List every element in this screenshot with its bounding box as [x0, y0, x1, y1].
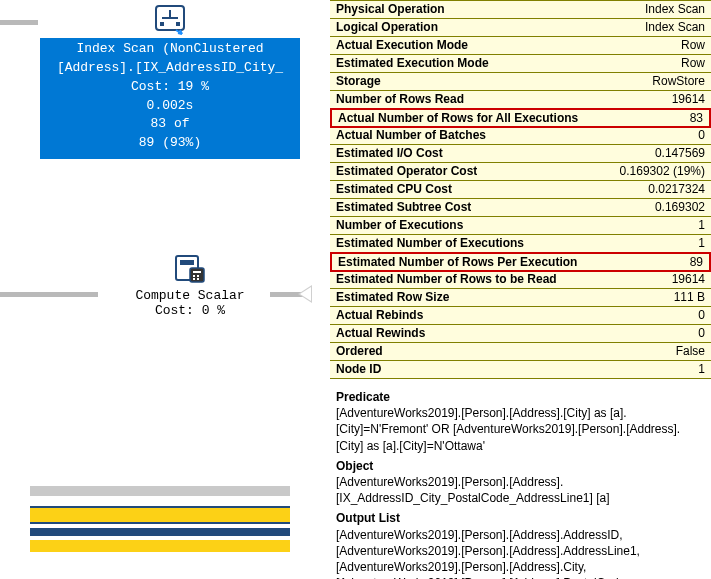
property-key: Ordered: [336, 343, 383, 360]
svg-rect-4: [176, 22, 180, 26]
operator-tooltip: Physical OperationIndex ScanLogical Oper…: [330, 0, 711, 579]
query-plan-canvas[interactable]: Index Scan (NonClustered [Address].[IX_A…: [0, 0, 330, 579]
node-title: Compute Scalar: [110, 288, 270, 303]
plan-arrow-icon: [298, 285, 312, 303]
property-row: Estimated Subtree Cost0.169302: [330, 199, 711, 217]
node-time: 0.002s: [40, 97, 300, 116]
compute-scalar-icon: [172, 250, 208, 286]
object-heading: Object: [336, 458, 705, 474]
node-est-rows: 89 (93%): [40, 134, 300, 153]
property-key: Number of Rows Read: [336, 91, 464, 108]
property-key: Estimated I/O Cost: [336, 145, 443, 162]
property-value: 1: [698, 361, 705, 378]
property-value: 0.169302 (19%): [620, 163, 705, 180]
plan-connector: [0, 292, 98, 297]
property-value: 83: [690, 110, 703, 127]
property-row: Physical OperationIndex Scan: [330, 1, 711, 19]
property-row: StorageRowStore: [330, 73, 711, 91]
property-key: Estimated Number of Rows Per Execution: [338, 254, 577, 271]
property-value: 0.147569: [655, 145, 705, 162]
property-key: Physical Operation: [336, 1, 445, 18]
property-key: Actual Rebinds: [336, 307, 423, 324]
plan-node-selected-tooltip: Index Scan (NonClustered [Address].[IX_A…: [40, 38, 300, 159]
property-row: Number of Executions1: [330, 217, 711, 235]
node-title: Index Scan (NonClustered: [40, 40, 300, 59]
property-value: Index Scan: [645, 1, 705, 18]
plan-connector: [0, 20, 38, 25]
property-value: 89: [690, 254, 703, 271]
svg-rect-9: [193, 275, 195, 277]
property-value: False: [676, 343, 705, 360]
predicate-text: [AdventureWorks2019].[Person].[Address].…: [336, 405, 705, 454]
predicate-heading: Predicate: [336, 389, 705, 405]
property-row: Actual Number of Batches0: [330, 127, 711, 145]
svg-rect-10: [197, 275, 199, 277]
property-value: RowStore: [652, 73, 705, 90]
property-key: Estimated Row Size: [336, 289, 449, 306]
property-row: Number of Rows Read19614: [330, 91, 711, 109]
property-row: Actual Rewinds0: [330, 325, 711, 343]
property-row: Estimated Operator Cost0.169302 (19%): [330, 163, 711, 181]
property-value: Row: [681, 55, 705, 72]
plan-node-compute-scalar[interactable]: Compute Scalar Cost: 0 %: [110, 250, 270, 318]
property-row: Actual Rebinds0: [330, 307, 711, 325]
property-key: Estimated Operator Cost: [336, 163, 477, 180]
object-text: [AdventureWorks2019].[Person].[Address].…: [336, 474, 705, 506]
index-scan-icon: [152, 0, 188, 36]
property-value: 0.0217324: [648, 181, 705, 198]
chart-fragment: [30, 528, 290, 536]
property-key: Estimated Number of Executions: [336, 235, 524, 252]
property-row: Actual Execution ModeRow: [330, 37, 711, 55]
node-actual-rows: 83 of: [40, 115, 300, 134]
property-value: 0: [698, 127, 705, 144]
property-key: Actual Rewinds: [336, 325, 425, 342]
property-row: Actual Number of Rows for All Executions…: [330, 108, 711, 128]
property-key: Estimated Number of Rows to be Read: [336, 271, 557, 288]
property-value: 1: [698, 235, 705, 252]
node-object: [Address].[IX_AddressID_City_: [40, 59, 300, 78]
property-key: Actual Execution Mode: [336, 37, 468, 54]
node-cost: Cost: 19 %: [40, 78, 300, 97]
property-key: Number of Executions: [336, 217, 463, 234]
svg-rect-6: [180, 260, 194, 265]
plan-node-index-scan[interactable]: Index Scan (NonClustered [Address].[IX_A…: [40, 0, 300, 159]
svg-rect-8: [193, 271, 201, 273]
node-cost: Cost: 0 %: [110, 303, 270, 318]
chart-fragment: [30, 486, 290, 496]
chart-fragment: [30, 540, 290, 552]
property-key: Logical Operation: [336, 19, 438, 36]
property-value: Row: [681, 37, 705, 54]
property-row: Node ID1: [330, 361, 711, 379]
property-value: 0: [698, 307, 705, 324]
property-row: Estimated Execution ModeRow: [330, 55, 711, 73]
property-row: Estimated Number of Rows Per Execution89: [330, 252, 711, 272]
property-key: Actual Number of Batches: [336, 127, 486, 144]
property-value: Index Scan: [645, 19, 705, 36]
property-key: Estimated CPU Cost: [336, 181, 452, 198]
property-value: 19614: [672, 91, 705, 108]
svg-rect-12: [197, 278, 199, 280]
svg-rect-3: [160, 22, 164, 26]
property-row: Estimated CPU Cost0.0217324: [330, 181, 711, 199]
output-list-heading: Output List: [336, 510, 705, 526]
property-row: Logical OperationIndex Scan: [330, 19, 711, 37]
property-row: Estimated Number of Executions1: [330, 235, 711, 253]
property-value: 19614: [672, 271, 705, 288]
property-value: 0: [698, 325, 705, 342]
property-key: Estimated Subtree Cost: [336, 199, 471, 216]
property-key: Actual Number of Rows for All Executions: [338, 110, 578, 127]
property-value: 1: [698, 217, 705, 234]
property-row: Estimated I/O Cost0.147569: [330, 145, 711, 163]
property-row: Estimated Number of Rows to be Read19614: [330, 271, 711, 289]
output-list-text: [AdventureWorks2019].[Person].[Address].…: [336, 527, 705, 580]
property-value: 111 B: [674, 289, 705, 306]
property-key: Node ID: [336, 361, 381, 378]
property-row: OrderedFalse: [330, 343, 711, 361]
svg-rect-11: [193, 278, 195, 280]
property-key: Estimated Execution Mode: [336, 55, 489, 72]
property-key: Storage: [336, 73, 381, 90]
property-value: 0.169302: [655, 199, 705, 216]
property-row: Estimated Row Size111 B: [330, 289, 711, 307]
chart-fragment: [30, 506, 290, 524]
